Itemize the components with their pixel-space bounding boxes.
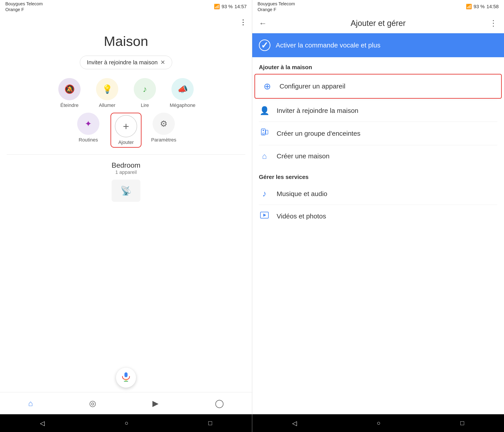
- plus-circle-icon: ⊕: [262, 81, 273, 91]
- music-icon: ♪: [259, 189, 270, 198]
- nav-media[interactable]: ▶: [148, 397, 163, 410]
- right-status-bar: Bouygues Telecom Orange F 📶 93 % 14:58: [252, 0, 504, 13]
- svg-point-3: [263, 130, 264, 131]
- battery-level: 93 %: [222, 4, 233, 9]
- device-icon: 📡: [120, 186, 132, 196]
- speaker-group-icon: [259, 128, 270, 139]
- right-home-nav-btn[interactable]: ○: [377, 420, 381, 427]
- ajouter-icon: +: [123, 120, 129, 132]
- left-status-bar: Bouygues Telecom Orange F 📶 93 % 14:57: [0, 0, 252, 13]
- page-title-area: Maison: [0, 31, 252, 53]
- right-time: 14:58: [486, 4, 499, 9]
- configurer-text: Configurer un appareil: [279, 82, 345, 90]
- parametres-label: Paramètres: [151, 137, 176, 143]
- lire-icon: ♪: [143, 85, 147, 94]
- action-ajouter[interactable]: + Ajouter: [110, 113, 142, 148]
- right-phone-screen: Bouygues Telecom Orange F 📶 93 % 14:58 ←…: [252, 0, 504, 432]
- left-top-bar: ⋮: [0, 13, 252, 31]
- right-signal-icon: 📶: [466, 4, 472, 9]
- right-android-nav: ◁ ○ □: [252, 414, 504, 432]
- menu-configurer[interactable]: ⊕ Configurer un appareil: [255, 75, 501, 97]
- room-name: Bedroom: [112, 161, 140, 169]
- left-carrier-info: Bouygues Telecom Orange F: [5, 1, 43, 12]
- discover-icon: ◎: [89, 399, 96, 408]
- routines-circle: ✦: [77, 113, 99, 135]
- routines-icon: ✦: [85, 119, 92, 129]
- eteindre-label: Éteindre: [60, 102, 79, 108]
- menu-maison[interactable]: ⌂ Créer une maison: [252, 145, 504, 167]
- account-icon: ◯: [215, 399, 224, 408]
- device-card[interactable]: 📡: [112, 180, 140, 202]
- more-menu-icon[interactable]: ⋮: [240, 18, 247, 26]
- eteindre-icon: 🔕: [64, 84, 75, 94]
- svg-point-2: [262, 133, 264, 135]
- blue-banner[interactable]: ✓ Activer la commande vocale et plus: [252, 33, 504, 57]
- right-carrier2: Orange F: [258, 7, 295, 12]
- nav-account[interactable]: ◯: [210, 397, 228, 410]
- musique-text: Musique et audio: [277, 190, 327, 198]
- allumer-label: Allumer: [99, 102, 116, 108]
- configurer-container: ⊕ Configurer un appareil: [252, 73, 504, 100]
- recent-nav-btn[interactable]: □: [208, 420, 212, 427]
- action-eteindre[interactable]: 🔕 Éteindre: [54, 78, 85, 108]
- section-manage-header: Gérer les services: [252, 167, 504, 183]
- left-status-right: 📶 93 % 14:57: [214, 4, 247, 9]
- right-battery: 93 %: [474, 4, 485, 9]
- action-megaphone[interactable]: 📣 Mégaphone: [167, 78, 198, 108]
- menu-groupe[interactable]: Créer un groupe d'enceintes: [252, 122, 504, 145]
- right-carrier1: Bouygues Telecom: [258, 1, 295, 7]
- groupe-text: Créer un groupe d'enceintes: [277, 130, 360, 137]
- svg-marker-6: [263, 213, 266, 217]
- room-section: Bedroom 1 appareil: [0, 157, 252, 177]
- allumer-icon: 💡: [102, 84, 112, 94]
- home-nav-btn[interactable]: ○: [125, 420, 128, 427]
- check-icon: ✓: [259, 39, 270, 51]
- lire-label: Lire: [141, 102, 149, 108]
- invite-pill[interactable]: Inviter à rejoindre la maison ✕: [80, 56, 172, 69]
- svg-rect-0: [125, 372, 127, 377]
- action-lire[interactable]: ♪ Lire: [129, 78, 160, 108]
- right-more-button[interactable]: ⋮: [487, 17, 500, 30]
- action-routines[interactable]: ✦ Routines: [73, 113, 104, 148]
- section-add-header: Ajouter à la maison: [252, 57, 504, 73]
- left-divider: [7, 154, 245, 155]
- svg-rect-4: [266, 130, 268, 134]
- left-phone-screen: Bouygues Telecom Orange F 📶 93 % 14:57 ⋮…: [0, 0, 252, 432]
- megaphone-label: Mégaphone: [170, 102, 195, 108]
- left-bottom-nav: ⌂ ◎ ▶ ◯: [0, 392, 252, 414]
- action-parametres[interactable]: ⚙ Paramètres: [148, 113, 179, 148]
- back-nav-btn[interactable]: ◁: [40, 420, 45, 427]
- megaphone-circle: 📣: [171, 78, 194, 100]
- menu-musique[interactable]: ♪ Musique et audio: [252, 183, 504, 205]
- nav-discover[interactable]: ◎: [85, 397, 100, 410]
- media-icon: ▶: [153, 399, 159, 408]
- parametres-circle: ⚙: [153, 113, 175, 135]
- nav-home[interactable]: ⌂: [24, 397, 37, 410]
- home-icon: ⌂: [28, 399, 33, 408]
- device-row: 📡: [0, 177, 252, 204]
- left-app-content: ⋮ Maison Inviter à rejoindre la maison ✕…: [0, 13, 252, 392]
- right-header-title: Ajouter et gérer: [273, 19, 483, 28]
- mic-button[interactable]: [116, 368, 136, 388]
- menu-inviter[interactable]: 👤 Inviter à rejoindre la maison: [252, 100, 504, 122]
- configurer-highlight-border: ⊕ Configurer un appareil: [254, 74, 502, 99]
- video-icon: [259, 211, 270, 221]
- parametres-icon: ⚙: [160, 119, 168, 129]
- maison-text: Créer une maison: [277, 152, 329, 160]
- house-icon: ⌂: [259, 151, 270, 161]
- right-back-nav-btn[interactable]: ◁: [292, 420, 297, 427]
- action-allumer[interactable]: 💡 Allumer: [92, 78, 123, 108]
- page-title: Maison: [104, 33, 148, 49]
- right-status-right: 📶 93 % 14:58: [466, 4, 499, 9]
- back-button[interactable]: ←: [257, 17, 269, 30]
- right-app-header: ← Ajouter et gérer ⋮: [252, 13, 504, 33]
- videos-text: Vidéos et photos: [277, 212, 326, 220]
- invite-pill-text: Inviter à rejoindre la maison: [87, 59, 158, 66]
- invite-pill-close[interactable]: ✕: [160, 59, 165, 66]
- quick-actions-row2: ✦ Routines + Ajouter ⚙ Paramètres: [0, 113, 252, 152]
- ajouter-label: Ajouter: [118, 140, 134, 145]
- menu-videos[interactable]: Vidéos et photos: [252, 205, 504, 227]
- right-recent-nav-btn[interactable]: □: [460, 420, 464, 427]
- left-carrier1: Bouygues Telecom: [5, 1, 43, 7]
- megaphone-icon: 📣: [178, 84, 188, 94]
